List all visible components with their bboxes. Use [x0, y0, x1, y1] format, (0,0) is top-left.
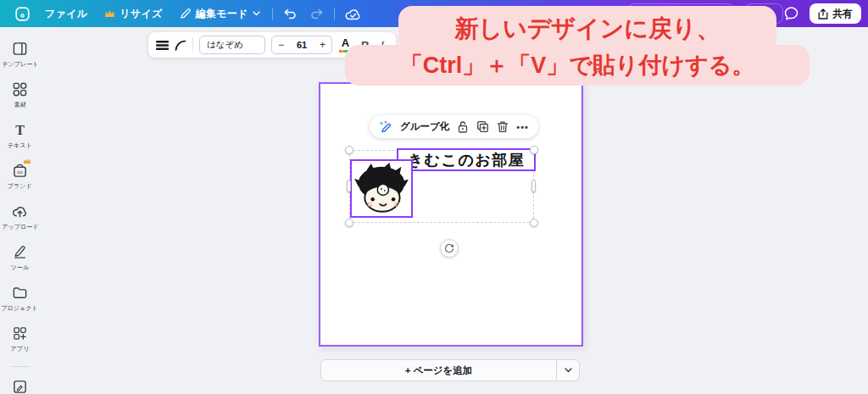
selection-handle-top-right[interactable] [530, 146, 538, 154]
redo-icon [310, 8, 324, 19]
position-button[interactable] [156, 40, 169, 51]
home-icon [15, 7, 30, 21]
pencil-icon [180, 8, 192, 19]
share-icon [818, 8, 828, 19]
add-page-control: + ページを追加 [320, 359, 580, 381]
add-page-button[interactable]: + ページを追加 [321, 360, 556, 380]
canva-home-button[interactable] [8, 0, 36, 27]
text-icon: T [12, 122, 29, 139]
canvas-text-element[interactable]: きむこのお部屋 [397, 148, 536, 171]
magic-edit-icon [12, 378, 29, 394]
edit-mode-label: 編集モード [196, 7, 248, 21]
topbar-divider [334, 8, 335, 20]
share-button[interactable]: 共有 [810, 3, 861, 24]
font-family-value: はなぞめ [207, 39, 243, 51]
sidebar-item-projects[interactable]: プロジェクト [0, 278, 40, 319]
save-status-button[interactable] [338, 0, 368, 27]
svg-text:co: co [17, 169, 23, 175]
more-options-button[interactable]: ••• [516, 122, 529, 132]
resize-menu-label: リサイズ [120, 7, 162, 21]
sidebar-item-text[interactable]: T テキスト [0, 115, 40, 156]
file-menu-label: ファイル [45, 7, 87, 21]
delete-button[interactable] [497, 120, 509, 133]
topbar-divider [272, 8, 273, 20]
redo-button[interactable] [303, 0, 331, 27]
character-illustration [353, 163, 409, 214]
pen-tool-icon [12, 244, 29, 261]
left-sidebar: テンプレート 素材 T テキスト co ブランド アップロード ツール [0, 27, 40, 394]
sidebar-item-label: ツール [11, 264, 30, 272]
undo-button[interactable] [276, 0, 303, 27]
sidebar-item-apps[interactable]: アプリ [0, 319, 40, 359]
rotate-handle[interactable] [440, 239, 459, 258]
sidebar-item-label: アップロード [2, 223, 39, 231]
font-size-increase-button[interactable]: + [320, 40, 326, 50]
edit-mode-button[interactable]: 編集モード [171, 0, 269, 27]
sidebar-item-label: テキスト [8, 142, 32, 150]
brand-icon: co [12, 163, 29, 180]
selection-handle-bottom-left[interactable] [345, 219, 353, 227]
selection-handle-right[interactable] [531, 180, 536, 192]
annotation-text: 「Ctrl」＋「V」で貼り付けする。 [400, 50, 755, 80]
duplicate-button[interactable] [476, 120, 489, 133]
font-size-decrease-button[interactable]: − [278, 40, 284, 50]
rotate-icon [444, 243, 454, 253]
font-size-stepper: − 61 + [271, 36, 332, 54]
lock-button[interactable] [457, 120, 469, 133]
arc-icon [175, 40, 186, 51]
toolbar-divider [192, 38, 193, 52]
sidebar-item-label: アプリ [11, 345, 30, 353]
group-button-label: グループ化 [400, 120, 449, 133]
sidebar-item-label: ブランド [8, 182, 32, 191]
sidebar-item-label: 素材 [14, 101, 25, 109]
chevron-down-icon [565, 368, 572, 373]
sidebar-item-tools[interactable]: ツール [0, 237, 40, 278]
folder-icon [12, 285, 29, 302]
selection-handle-top-left[interactable] [345, 146, 353, 154]
add-page-label: + ページを追加 [405, 364, 473, 377]
file-menu-button[interactable]: ファイル [36, 0, 96, 27]
selection-handle-left[interactable] [347, 180, 351, 192]
sidebar-item-templates[interactable]: テンプレート [0, 34, 40, 75]
upload-cloud-icon [12, 203, 29, 220]
cloud-check-icon [345, 8, 361, 20]
comment-bubble-icon [783, 6, 799, 21]
trash-icon [497, 120, 509, 133]
topbar-right-cluster: 共有 [780, 0, 861, 27]
sidebar-item-uploads[interactable]: アップロード [0, 197, 40, 237]
resize-menu-button[interactable]: リサイズ [96, 0, 170, 27]
sidebar-item-magic-edit[interactable] [0, 372, 40, 394]
comments-button[interactable] [780, 0, 803, 27]
sidebar-divider [11, 366, 30, 367]
align-lines-icon [156, 40, 169, 51]
design-title-text: きむこのお部屋 [408, 150, 526, 170]
canvas-image-element[interactable] [350, 159, 413, 218]
chevron-down-icon [253, 11, 260, 16]
more-options-label: ••• [516, 122, 529, 132]
lock-icon [457, 120, 469, 133]
sidebar-item-elements[interactable]: 素材 [0, 75, 40, 115]
curve-text-button[interactable] [175, 40, 186, 51]
selection-context-toolbar: グループ化 ••• [370, 115, 538, 138]
share-button-label: 共有 [832, 7, 853, 21]
add-page-dropdown-button[interactable] [556, 360, 579, 380]
annotation-text: 新しいデザインに戻り、 [454, 13, 720, 45]
text-color-letter: A [342, 37, 349, 49]
crown-badge-icon [23, 158, 31, 164]
font-family-selector[interactable]: はなぞめ [199, 36, 265, 54]
selection-handle-bottom-right[interactable] [530, 219, 538, 227]
templates-icon [12, 41, 29, 58]
undo-icon [283, 8, 297, 19]
crown-icon [104, 9, 115, 18]
elements-icon [12, 81, 29, 98]
group-button[interactable]: グループ化 [400, 120, 449, 133]
sidebar-item-label: プロジェクト [2, 304, 39, 313]
font-size-value: 61 [297, 40, 307, 50]
sidebar-item-brand[interactable]: co ブランド [0, 156, 40, 197]
apps-grid-icon [12, 325, 29, 342]
magic-write-icon [379, 120, 392, 133]
sidebar-item-label: テンプレート [2, 60, 39, 69]
duplicate-icon [476, 120, 489, 133]
annotation-callout-line2: 「Ctrl」＋「V」で貼り付けする。 [345, 45, 810, 86]
